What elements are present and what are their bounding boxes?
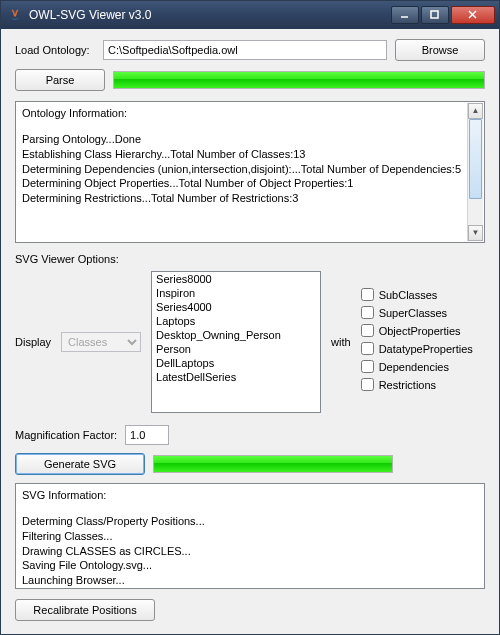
parse-progress: [113, 71, 485, 89]
svg-info-line: Launching Browser...: [22, 573, 478, 588]
display-label: Display: [15, 336, 51, 348]
datatypeproperties-checkbox[interactable]: [361, 342, 374, 355]
maximize-button[interactable]: [421, 6, 449, 24]
svg-info-line: Saving File Ontology.svg...: [22, 558, 478, 573]
ontology-info-header: Ontology Information:: [22, 106, 478, 121]
browse-button[interactable]: Browse: [395, 39, 485, 61]
magnification-label: Magnification Factor:: [15, 429, 117, 441]
class-listbox[interactable]: Series8000 Inspiron Series4000 Laptops D…: [151, 271, 321, 413]
close-button[interactable]: [451, 6, 495, 24]
generate-progress: [153, 455, 393, 473]
checkbox-label: SubClasses: [379, 289, 438, 301]
recalibrate-button[interactable]: Recalibrate Positions: [15, 599, 155, 621]
ontology-info-line: Determining Dependencies (union,intersec…: [22, 162, 478, 177]
list-item[interactable]: Laptops: [152, 314, 320, 328]
checkbox-label: Restrictions: [379, 379, 436, 391]
ontology-info-line: Parsing Ontology...Done: [22, 132, 478, 147]
svg-info-line: Filtering Classes...: [22, 529, 478, 544]
parse-button[interactable]: Parse: [15, 69, 105, 91]
svg-options-label: SVG Viewer Options:: [15, 253, 485, 265]
ontology-info-line: Determining Restrictions...Total Number …: [22, 191, 478, 206]
ontology-info-line: Determining Object Properties...Total Nu…: [22, 176, 478, 191]
checkbox-label: ObjectProperties: [379, 325, 461, 337]
window-title: OWL-SVG Viewer v3.0: [29, 8, 391, 22]
svg-info-line: Determing Class/Property Positions...: [22, 514, 478, 529]
scroll-down-icon[interactable]: ▼: [468, 225, 483, 241]
objectproperties-checkbox[interactable]: [361, 324, 374, 337]
list-item[interactable]: Series8000: [152, 272, 320, 286]
dependencies-checkbox[interactable]: [361, 360, 374, 373]
list-item[interactable]: Inspiron: [152, 286, 320, 300]
minimize-button[interactable]: [391, 6, 419, 24]
scroll-up-icon[interactable]: ▲: [468, 103, 483, 119]
ontology-info-scrollbar[interactable]: ▲ ▼: [467, 103, 483, 241]
app-window: OWL-SVG Viewer v3.0 Load Ontology: Brows…: [0, 0, 500, 635]
list-item[interactable]: Series4000: [152, 300, 320, 314]
svg-info-header: SVG Information:: [22, 488, 478, 503]
restrictions-checkbox[interactable]: [361, 378, 374, 391]
ontology-info-box: Ontology Information: Parsing Ontology..…: [15, 101, 485, 243]
generate-svg-button[interactable]: Generate SVG: [15, 453, 145, 475]
svg-rect-1: [431, 11, 438, 18]
svg-info-box: SVG Information: Determing Class/Propert…: [15, 483, 485, 589]
list-item[interactable]: DellLaptops: [152, 356, 320, 370]
magnification-input[interactable]: [125, 425, 169, 445]
checkbox-label: DatatypeProperties: [379, 343, 473, 355]
list-item[interactable]: Desktop_Owning_Person: [152, 328, 320, 342]
java-icon: [7, 7, 23, 23]
with-label: with: [331, 336, 351, 348]
ontology-info-line: Establishing Class Hierarchy...Total Num…: [22, 147, 478, 162]
display-select[interactable]: Classes: [61, 332, 141, 352]
load-ontology-label: Load Ontology:: [15, 44, 95, 56]
window-controls: [391, 6, 495, 24]
list-item[interactable]: LatestDellSeries: [152, 370, 320, 384]
svg-info-line: Drawing CLASSES as CIRCLES...: [22, 544, 478, 559]
ontology-path-input[interactable]: [103, 40, 387, 60]
list-item[interactable]: Person: [152, 342, 320, 356]
superclasses-checkbox[interactable]: [361, 306, 374, 319]
titlebar: OWL-SVG Viewer v3.0: [1, 1, 499, 29]
checkbox-label: SuperClasses: [379, 307, 447, 319]
subclasses-checkbox[interactable]: [361, 288, 374, 301]
content-area: Load Ontology: Browse Parse Ontology Inf…: [1, 29, 499, 634]
checkbox-label: Dependencies: [379, 361, 449, 373]
